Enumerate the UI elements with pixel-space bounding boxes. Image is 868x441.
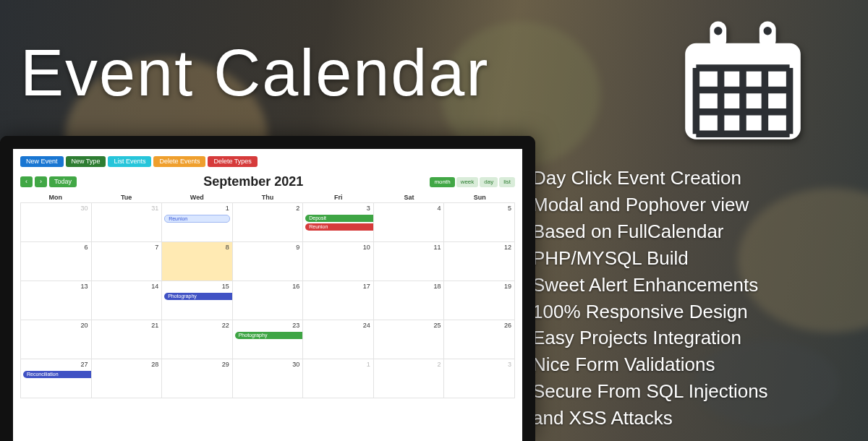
dow-label: Tue <box>91 194 162 201</box>
cell-date: 20 <box>81 322 88 329</box>
calendar-cell[interactable]: 26 <box>444 320 515 359</box>
cell-date: 25 <box>433 322 441 329</box>
calendar-cell[interactable]: 12 <box>444 242 515 281</box>
new-type-button[interactable]: New Type <box>66 156 106 167</box>
monitor-frame: New Event New Type List Events Delete Ev… <box>0 136 535 441</box>
calendar-cell[interactable]: 24 <box>303 320 374 359</box>
calendar-cell[interactable]: 6 <box>21 242 92 281</box>
next-button[interactable]: › <box>35 176 47 187</box>
feature-item: PHP/MYSQL Build <box>532 245 843 272</box>
feature-item: and XSS Attacks <box>532 405 843 432</box>
calendar-icon <box>674 13 812 150</box>
event-pill[interactable]: Reunion <box>164 215 230 223</box>
calendar-cell[interactable]: 22 <box>162 320 233 359</box>
feature-list: Day Click Event CreationModal and Pophov… <box>532 165 843 432</box>
calendar-cell[interactable]: 28 <box>92 359 163 398</box>
calendar-cell[interactable]: 8 <box>162 242 233 281</box>
event-pill[interactable]: Reunion <box>305 223 374 231</box>
cell-date: 14 <box>151 283 158 290</box>
calendar-cell[interactable]: 4 <box>374 203 445 242</box>
calendar-cell[interactable]: 30 <box>233 359 304 398</box>
new-event-button[interactable]: New Event <box>20 156 64 167</box>
view-month-button[interactable]: month <box>430 177 454 187</box>
cell-date: 29 <box>222 361 229 368</box>
calendar-cell[interactable]: 15Photography <box>162 281 233 320</box>
feature-item: Sweet Alert Enhancements <box>532 272 843 299</box>
calendar-cell[interactable]: 20 <box>21 320 92 359</box>
cell-date: 10 <box>363 244 370 251</box>
feature-item: Modal and Pophover view <box>532 192 843 218</box>
feature-item: 100% Responsive Design <box>532 299 843 325</box>
dow-label: Thu <box>232 194 303 201</box>
cell-date: 5 <box>508 205 511 212</box>
event-pill[interactable]: Deposit <box>305 215 374 222</box>
calendar-cell[interactable]: 21 <box>92 320 163 359</box>
calendar-cell[interactable]: 30 <box>21 203 92 242</box>
delete-events-button[interactable]: Delete Events <box>153 156 205 167</box>
calendar-cell[interactable]: 18 <box>374 281 445 320</box>
cell-date: 27 <box>81 361 88 368</box>
calendar-cell[interactable]: 27Reconciliation <box>21 359 92 398</box>
calendar-header: ‹ › Today September 2021 month week day … <box>20 174 515 189</box>
cell-date: 6 <box>85 244 88 251</box>
cell-date: 19 <box>504 283 511 290</box>
calendar-grid: 30311Reunion23DepositReunion456789101112… <box>20 202 515 398</box>
calendar-cell[interactable]: 25 <box>374 320 445 359</box>
cell-date: 31 <box>151 205 158 212</box>
event-pill[interactable]: Reconciliation <box>23 371 92 378</box>
cell-date: 28 <box>151 361 158 368</box>
view-list-button[interactable]: list <box>499 177 515 187</box>
calendar-cell[interactable]: 1 <box>303 359 374 398</box>
calendar-cell[interactable]: 19 <box>444 281 515 320</box>
dow-label: Fri <box>303 194 374 201</box>
dow-label: Mon <box>20 194 91 201</box>
cell-date: 18 <box>433 283 441 290</box>
cell-date: 8 <box>226 244 229 251</box>
calendar-cell[interactable]: 29 <box>162 359 233 398</box>
cell-date: 24 <box>363 322 370 329</box>
calendar-cell[interactable]: 2 <box>374 359 445 398</box>
cell-date: 23 <box>292 322 299 329</box>
prev-button[interactable]: ‹ <box>20 176 33 187</box>
feature-item: Based on FullCalendar <box>532 218 843 245</box>
svg-point-14 <box>764 27 772 35</box>
calendar-cell[interactable]: 14 <box>92 281 163 320</box>
calendar-cell[interactable]: 11 <box>374 242 445 281</box>
cell-date: 12 <box>504 244 511 251</box>
cell-date: 1 <box>367 361 370 368</box>
cell-date: 7 <box>155 244 158 251</box>
calendar-cell[interactable]: 3DepositReunion <box>303 203 374 242</box>
calendar-cell[interactable]: 2 <box>233 203 304 242</box>
calendar-cell[interactable]: 9 <box>233 242 304 281</box>
calendar-cell[interactable]: 13 <box>21 281 92 320</box>
calendar-app: New Event New Type List Events Delete Ev… <box>13 149 522 441</box>
cell-date: 1 <box>226 205 229 212</box>
calendar-cell[interactable]: 23Photography <box>233 320 304 359</box>
cell-date: 26 <box>504 322 511 329</box>
calendar-cell[interactable]: 1Reunion <box>162 203 233 242</box>
calendar-cell[interactable]: 16 <box>233 281 304 320</box>
cell-date: 4 <box>437 205 441 212</box>
cell-date: 2 <box>437 361 441 368</box>
calendar-cell[interactable]: 10 <box>303 242 374 281</box>
calendar-cell[interactable]: 3 <box>444 359 515 398</box>
view-day-button[interactable]: day <box>480 177 498 187</box>
calendar-cell[interactable]: 31 <box>92 203 163 242</box>
feature-item: Easy Projects Integration <box>532 325 843 351</box>
cell-date: 30 <box>81 205 88 212</box>
delete-types-button[interactable]: Delete Types <box>208 156 257 167</box>
list-events-button[interactable]: List Events <box>108 156 151 167</box>
calendar-cell[interactable]: 17 <box>303 281 374 320</box>
dow-label: Wed <box>161 194 232 201</box>
event-pill[interactable]: Photography <box>235 332 304 339</box>
event-pill[interactable]: Photography <box>164 293 233 300</box>
feature-item: Day Click Event Creation <box>532 165 843 192</box>
cell-date: 3 <box>508 361 511 368</box>
calendar-cell[interactable]: 5 <box>444 203 515 242</box>
cell-date: 16 <box>292 283 299 290</box>
view-week-button[interactable]: week <box>456 177 479 187</box>
feature-item: Secure From SQL Injections <box>532 378 843 405</box>
today-button[interactable]: Today <box>49 176 77 187</box>
cell-date: 17 <box>363 283 370 290</box>
calendar-cell[interactable]: 7 <box>92 242 163 281</box>
